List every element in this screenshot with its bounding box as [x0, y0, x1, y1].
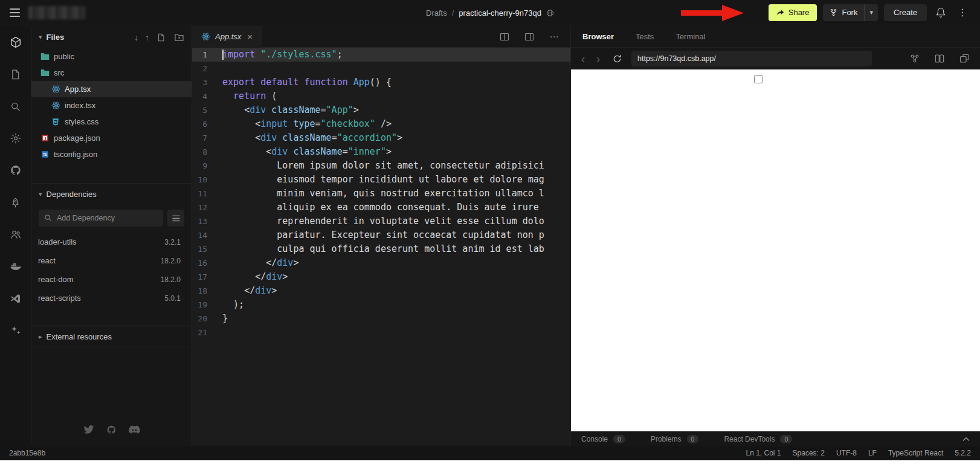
- code-line[interactable]: 6 <input type="checkbox" />: [192, 117, 570, 131]
- code-line[interactable]: 15 culpa qui officia deserunt mollit ani…: [192, 242, 570, 256]
- code-line[interactable]: 18 </div>: [192, 284, 570, 298]
- status-bar-item[interactable]: TypeScript React: [888, 449, 943, 457]
- line-number: 14: [192, 228, 222, 242]
- preview-tab-browser[interactable]: Browser: [582, 32, 614, 41]
- status-bar-item[interactable]: UTF-8: [836, 449, 857, 457]
- code-line[interactable]: 14 pariatur. Excepteur sint occaecat cup…: [192, 228, 570, 242]
- code-line[interactable]: 5 <div className="App">: [192, 103, 570, 117]
- code-line[interactable]: 17 </div>: [192, 270, 570, 284]
- upload-icon[interactable]: ↑: [145, 33, 149, 42]
- split-preview-icon[interactable]: [932, 51, 947, 66]
- files-caret-icon[interactable]: ▾: [39, 33, 42, 41]
- refresh-icon[interactable]: [609, 51, 625, 66]
- code-line[interactable]: 2: [192, 62, 570, 76]
- code-line[interactable]: 3export default function App() {: [192, 76, 570, 89]
- code-line[interactable]: 1import "./styles.css";: [192, 48, 570, 62]
- editor-tabbar: App.tsx × ⋯: [192, 26, 570, 48]
- file-tree-item[interactable]: styles.css: [31, 114, 192, 130]
- devtools-nodes-icon[interactable]: [907, 51, 923, 66]
- status-bar-item[interactable]: 5.2.2: [955, 449, 971, 457]
- more-options-kebab-icon[interactable]: ⋮: [955, 5, 970, 21]
- code-line[interactable]: 8 <div className="inner">: [192, 145, 570, 159]
- react-file-icon: [201, 32, 210, 41]
- back-icon[interactable]: ‹: [579, 53, 587, 65]
- line-content: </div>: [222, 284, 570, 298]
- code-line[interactable]: 9 Lorem ipsum dolor sit amet, consectetu…: [192, 159, 570, 173]
- redacted-workspace-name: [28, 6, 85, 19]
- chevron-up-icon[interactable]: [962, 437, 970, 442]
- open-in-new-window-icon[interactable]: [956, 51, 972, 66]
- fork-dropdown-caret[interactable]: ▾: [864, 4, 878, 21]
- code-line[interactable]: 20}: [192, 312, 570, 326]
- code-line[interactable]: 10 eiusmod tempor incididunt ut labore e…: [192, 173, 570, 187]
- forward-icon[interactable]: ›: [594, 53, 602, 65]
- preview-tab-terminal[interactable]: Terminal: [675, 32, 705, 41]
- external-resources-header[interactable]: ▸ External resources: [31, 326, 192, 347]
- preview-tab-tests[interactable]: Tests: [636, 32, 654, 41]
- code-line[interactable]: 12 aliquip ex ea commodo consequat. Duis…: [192, 201, 570, 214]
- breadcrumb-folder[interactable]: Drafts: [426, 8, 447, 18]
- bottom-white-strip: [0, 460, 980, 476]
- dependencies-caret-icon[interactable]: ▾: [39, 190, 42, 198]
- files-rail-icon[interactable]: [8, 66, 24, 82]
- dependency-row[interactable]: react-scripts5.0.1: [31, 289, 192, 307]
- codesandbox-logo-icon[interactable]: [8, 34, 24, 50]
- file-tree-item[interactable]: TStsconfig.json: [31, 146, 192, 162]
- sandbox-title[interactable]: practical-cherry-9n73qd: [459, 8, 541, 18]
- editor-tab-app-tsx[interactable]: App.tsx ×: [192, 26, 262, 48]
- visibility-globe-icon[interactable]: [546, 9, 554, 17]
- dependency-row[interactable]: react-dom18.2.0: [31, 270, 192, 289]
- dependencies-header[interactable]: ▾ Dependencies: [31, 183, 192, 205]
- layout-preview-icon[interactable]: [521, 29, 537, 45]
- code-line[interactable]: 4 return (: [192, 89, 570, 103]
- github-icon[interactable]: [8, 162, 24, 178]
- fork-button[interactable]: Fork ▾: [823, 4, 878, 21]
- code-line[interactable]: 21: [192, 326, 570, 339]
- dependency-list-filter-icon[interactable]: [167, 210, 184, 227]
- new-folder-icon[interactable]: [173, 32, 184, 43]
- file-tree-item[interactable]: App.tsx: [31, 81, 192, 97]
- console-bar-item[interactable]: Console0: [581, 435, 625, 443]
- preview-checkbox[interactable]: [754, 75, 762, 83]
- twitter-icon[interactable]: [82, 423, 95, 436]
- github-icon[interactable]: [105, 423, 118, 436]
- new-file-icon[interactable]: [156, 32, 167, 43]
- settings-gear-icon[interactable]: [8, 130, 24, 146]
- search-icon[interactable]: [8, 98, 24, 114]
- editor-more-options-icon[interactable]: ⋯: [546, 29, 562, 45]
- split-editor-icon[interactable]: [497, 29, 512, 45]
- code-line[interactable]: 11 minim veniam, quis nostrud exercitati…: [192, 187, 570, 201]
- notifications-bell-icon[interactable]: [933, 5, 949, 21]
- url-bar[interactable]: [631, 51, 872, 66]
- export-download-icon[interactable]: ↓: [134, 33, 138, 42]
- dependency-version: 18.2.0: [161, 275, 181, 284]
- console-bar-item[interactable]: Problems0: [651, 435, 699, 443]
- discord-icon[interactable]: [128, 423, 141, 436]
- ai-sparkles-icon[interactable]: [8, 323, 24, 338]
- docker-icon[interactable]: [8, 259, 24, 274]
- console-bar-item[interactable]: React DevTools0: [724, 435, 792, 443]
- collaborators-users-icon[interactable]: [8, 227, 24, 242]
- close-tab-icon[interactable]: ×: [246, 31, 254, 42]
- code-line[interactable]: 16 </div>: [192, 256, 570, 270]
- count-badge: 0: [613, 435, 625, 443]
- vscode-icon[interactable]: [8, 291, 24, 306]
- file-tree-item[interactable]: index.tsx: [31, 97, 192, 114]
- add-dependency-input[interactable]: [39, 210, 163, 227]
- create-button[interactable]: Create: [884, 4, 927, 21]
- code-line[interactable]: 7 <div className="accordion">: [192, 131, 570, 145]
- file-tree-item[interactable]: src: [31, 65, 192, 81]
- status-bar-item[interactable]: LF: [868, 449, 877, 457]
- svg-text:TS: TS: [42, 153, 47, 156]
- status-bar-item[interactable]: Ln 1, Col 1: [746, 449, 781, 457]
- code-line[interactable]: 19 );: [192, 298, 570, 312]
- code-line[interactable]: 13 reprehenderit in voluptate velit esse…: [192, 214, 570, 228]
- file-tree-item[interactable]: public: [31, 48, 192, 65]
- dependency-row[interactable]: react18.2.0: [31, 251, 192, 270]
- status-bar-item[interactable]: Spaces: 2: [793, 449, 825, 457]
- file-tree-item[interactable]: package.json: [31, 130, 192, 146]
- deployment-rocket-icon[interactable]: [8, 195, 24, 210]
- main-menu-icon[interactable]: [10, 8, 20, 17]
- dependency-row[interactable]: loader-utils3.2.1: [31, 233, 192, 251]
- share-button[interactable]: Share: [769, 4, 817, 21]
